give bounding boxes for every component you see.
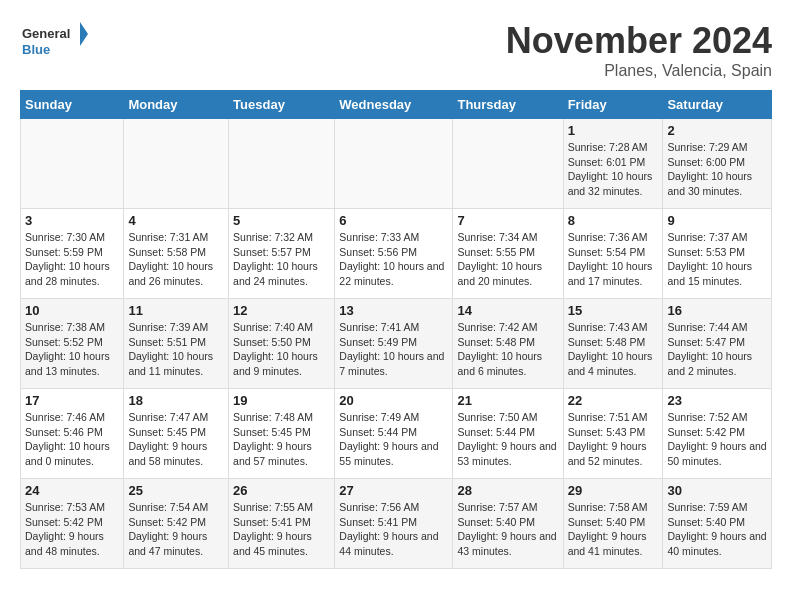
calendar-cell (229, 119, 335, 209)
svg-text:General: General (22, 26, 70, 41)
calendar-cell: 26Sunrise: 7:55 AM Sunset: 5:41 PM Dayli… (229, 479, 335, 569)
day-info: Sunrise: 7:50 AM Sunset: 5:44 PM Dayligh… (457, 410, 558, 469)
day-info: Sunrise: 7:29 AM Sunset: 6:00 PM Dayligh… (667, 140, 767, 199)
week-row-4: 17Sunrise: 7:46 AM Sunset: 5:46 PM Dayli… (21, 389, 772, 479)
day-number: 11 (128, 303, 224, 318)
day-info: Sunrise: 7:48 AM Sunset: 5:45 PM Dayligh… (233, 410, 330, 469)
day-number: 30 (667, 483, 767, 498)
day-info: Sunrise: 7:57 AM Sunset: 5:40 PM Dayligh… (457, 500, 558, 559)
day-info: Sunrise: 7:59 AM Sunset: 5:40 PM Dayligh… (667, 500, 767, 559)
day-info: Sunrise: 7:33 AM Sunset: 5:56 PM Dayligh… (339, 230, 448, 289)
day-number: 10 (25, 303, 119, 318)
calendar-cell (335, 119, 453, 209)
logo: General Blue (20, 20, 90, 65)
location: Planes, Valencia, Spain (506, 62, 772, 80)
day-number: 27 (339, 483, 448, 498)
day-info: Sunrise: 7:52 AM Sunset: 5:42 PM Dayligh… (667, 410, 767, 469)
day-number: 12 (233, 303, 330, 318)
calendar-cell: 25Sunrise: 7:54 AM Sunset: 5:42 PM Dayli… (124, 479, 229, 569)
day-number: 7 (457, 213, 558, 228)
day-info: Sunrise: 7:43 AM Sunset: 5:48 PM Dayligh… (568, 320, 659, 379)
calendar-cell: 8Sunrise: 7:36 AM Sunset: 5:54 PM Daylig… (563, 209, 663, 299)
day-number: 23 (667, 393, 767, 408)
day-info: Sunrise: 7:54 AM Sunset: 5:42 PM Dayligh… (128, 500, 224, 559)
day-number: 9 (667, 213, 767, 228)
day-info: Sunrise: 7:47 AM Sunset: 5:45 PM Dayligh… (128, 410, 224, 469)
calendar-cell: 20Sunrise: 7:49 AM Sunset: 5:44 PM Dayli… (335, 389, 453, 479)
day-number: 29 (568, 483, 659, 498)
day-number: 6 (339, 213, 448, 228)
day-number: 26 (233, 483, 330, 498)
day-info: Sunrise: 7:31 AM Sunset: 5:58 PM Dayligh… (128, 230, 224, 289)
calendar-cell: 9Sunrise: 7:37 AM Sunset: 5:53 PM Daylig… (663, 209, 772, 299)
day-info: Sunrise: 7:58 AM Sunset: 5:40 PM Dayligh… (568, 500, 659, 559)
week-row-5: 24Sunrise: 7:53 AM Sunset: 5:42 PM Dayli… (21, 479, 772, 569)
week-row-1: 1Sunrise: 7:28 AM Sunset: 6:01 PM Daylig… (21, 119, 772, 209)
header-saturday: Saturday (663, 91, 772, 119)
page-header: General Blue November 2024 Planes, Valen… (20, 20, 772, 80)
day-info: Sunrise: 7:38 AM Sunset: 5:52 PM Dayligh… (25, 320, 119, 379)
calendar-cell (124, 119, 229, 209)
calendar-table: SundayMondayTuesdayWednesdayThursdayFrid… (20, 90, 772, 569)
header-thursday: Thursday (453, 91, 563, 119)
calendar-cell: 1Sunrise: 7:28 AM Sunset: 6:01 PM Daylig… (563, 119, 663, 209)
day-info: Sunrise: 7:53 AM Sunset: 5:42 PM Dayligh… (25, 500, 119, 559)
calendar-cell: 10Sunrise: 7:38 AM Sunset: 5:52 PM Dayli… (21, 299, 124, 389)
calendar-cell: 16Sunrise: 7:44 AM Sunset: 5:47 PM Dayli… (663, 299, 772, 389)
day-number: 4 (128, 213, 224, 228)
day-info: Sunrise: 7:37 AM Sunset: 5:53 PM Dayligh… (667, 230, 767, 289)
calendar-cell: 17Sunrise: 7:46 AM Sunset: 5:46 PM Dayli… (21, 389, 124, 479)
calendar-cell: 22Sunrise: 7:51 AM Sunset: 5:43 PM Dayli… (563, 389, 663, 479)
title-block: November 2024 Planes, Valencia, Spain (506, 20, 772, 80)
calendar-cell: 7Sunrise: 7:34 AM Sunset: 5:55 PM Daylig… (453, 209, 563, 299)
day-number: 5 (233, 213, 330, 228)
day-number: 15 (568, 303, 659, 318)
day-number: 3 (25, 213, 119, 228)
day-info: Sunrise: 7:44 AM Sunset: 5:47 PM Dayligh… (667, 320, 767, 379)
day-info: Sunrise: 7:34 AM Sunset: 5:55 PM Dayligh… (457, 230, 558, 289)
header-monday: Monday (124, 91, 229, 119)
week-row-3: 10Sunrise: 7:38 AM Sunset: 5:52 PM Dayli… (21, 299, 772, 389)
logo-svg: General Blue (20, 20, 90, 65)
week-row-2: 3Sunrise: 7:30 AM Sunset: 5:59 PM Daylig… (21, 209, 772, 299)
calendar-cell: 4Sunrise: 7:31 AM Sunset: 5:58 PM Daylig… (124, 209, 229, 299)
day-number: 16 (667, 303, 767, 318)
header-row: SundayMondayTuesdayWednesdayThursdayFrid… (21, 91, 772, 119)
day-info: Sunrise: 7:36 AM Sunset: 5:54 PM Dayligh… (568, 230, 659, 289)
calendar-cell: 11Sunrise: 7:39 AM Sunset: 5:51 PM Dayli… (124, 299, 229, 389)
calendar-cell: 13Sunrise: 7:41 AM Sunset: 5:49 PM Dayli… (335, 299, 453, 389)
day-number: 24 (25, 483, 119, 498)
month-title: November 2024 (506, 20, 772, 62)
day-info: Sunrise: 7:51 AM Sunset: 5:43 PM Dayligh… (568, 410, 659, 469)
calendar-cell: 12Sunrise: 7:40 AM Sunset: 5:50 PM Dayli… (229, 299, 335, 389)
day-info: Sunrise: 7:32 AM Sunset: 5:57 PM Dayligh… (233, 230, 330, 289)
day-number: 25 (128, 483, 224, 498)
day-info: Sunrise: 7:40 AM Sunset: 5:50 PM Dayligh… (233, 320, 330, 379)
calendar-cell: 21Sunrise: 7:50 AM Sunset: 5:44 PM Dayli… (453, 389, 563, 479)
day-number: 2 (667, 123, 767, 138)
calendar-cell (453, 119, 563, 209)
day-number: 28 (457, 483, 558, 498)
day-number: 21 (457, 393, 558, 408)
calendar-cell: 14Sunrise: 7:42 AM Sunset: 5:48 PM Dayli… (453, 299, 563, 389)
day-number: 13 (339, 303, 448, 318)
calendar-cell: 24Sunrise: 7:53 AM Sunset: 5:42 PM Dayli… (21, 479, 124, 569)
day-info: Sunrise: 7:55 AM Sunset: 5:41 PM Dayligh… (233, 500, 330, 559)
day-number: 19 (233, 393, 330, 408)
calendar-cell: 5Sunrise: 7:32 AM Sunset: 5:57 PM Daylig… (229, 209, 335, 299)
day-number: 22 (568, 393, 659, 408)
day-info: Sunrise: 7:41 AM Sunset: 5:49 PM Dayligh… (339, 320, 448, 379)
header-tuesday: Tuesday (229, 91, 335, 119)
day-number: 8 (568, 213, 659, 228)
day-info: Sunrise: 7:49 AM Sunset: 5:44 PM Dayligh… (339, 410, 448, 469)
calendar-cell: 27Sunrise: 7:56 AM Sunset: 5:41 PM Dayli… (335, 479, 453, 569)
day-info: Sunrise: 7:56 AM Sunset: 5:41 PM Dayligh… (339, 500, 448, 559)
calendar-cell: 6Sunrise: 7:33 AM Sunset: 5:56 PM Daylig… (335, 209, 453, 299)
svg-text:Blue: Blue (22, 42, 50, 57)
svg-marker-1 (80, 22, 88, 46)
day-number: 14 (457, 303, 558, 318)
header-wednesday: Wednesday (335, 91, 453, 119)
day-number: 18 (128, 393, 224, 408)
day-info: Sunrise: 7:46 AM Sunset: 5:46 PM Dayligh… (25, 410, 119, 469)
calendar-cell: 3Sunrise: 7:30 AM Sunset: 5:59 PM Daylig… (21, 209, 124, 299)
